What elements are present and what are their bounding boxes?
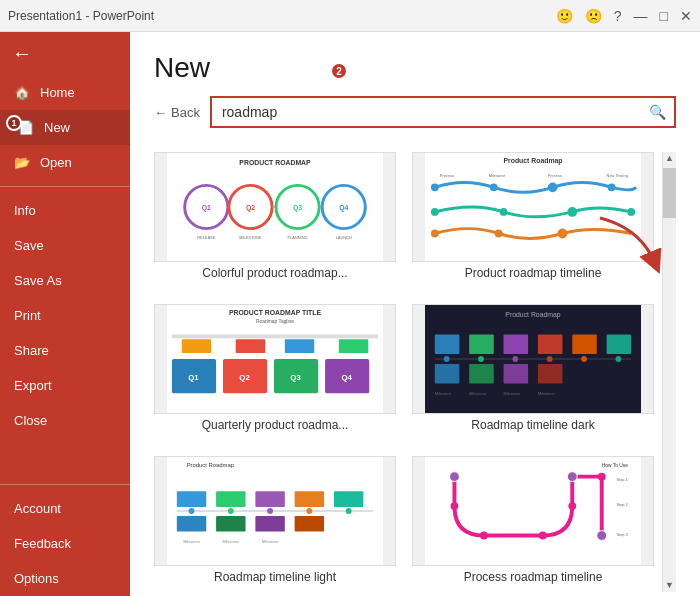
svg-text:MILESTONE: MILESTONE: [239, 235, 262, 240]
template-thumb-roadmap-dark: Product Roadmap: [412, 304, 654, 414]
template-card-quarterly-roadmap[interactable]: PRODUCT ROADMAP TITLE Roadmap Tagline Q1…: [154, 304, 396, 440]
app-title: Presentation1 - PowerPoint: [8, 9, 154, 23]
svg-point-29: [558, 229, 568, 239]
sidebar-item-save[interactable]: Save: [0, 228, 130, 263]
svg-point-19: [431, 183, 439, 191]
template-label-product-roadmap-timeline: Product roadmap timeline: [412, 266, 654, 280]
svg-text:Product Roadmap: Product Roadmap: [505, 311, 560, 319]
sidebar-item-close-file[interactable]: Close: [0, 403, 130, 438]
svg-rect-53: [435, 334, 460, 354]
scrollbar-up-arrow[interactable]: ▲: [663, 152, 676, 165]
back-button[interactable]: ← Back: [154, 105, 200, 120]
svg-point-21: [548, 182, 558, 192]
template-card-process-roadmap[interactable]: How To Use: [412, 456, 654, 592]
svg-point-84: [306, 508, 312, 514]
page-title: New: [154, 52, 676, 84]
svg-rect-56: [538, 334, 563, 354]
restore-button[interactable]: □: [660, 8, 668, 24]
main-content: New 2 ← Back 🔍: [130, 32, 700, 596]
scrollbar-track: ▲ ▼: [662, 152, 676, 592]
search-input[interactable]: [212, 98, 674, 126]
svg-rect-80: [334, 491, 363, 507]
svg-text:LAUNCH: LAUNCH: [336, 235, 352, 240]
svg-point-95: [450, 472, 460, 482]
template-card-product-roadmap-timeline[interactable]: Product Roadmap: [412, 152, 654, 288]
svg-point-27: [431, 230, 439, 238]
sidebar-item-print[interactable]: Print: [0, 298, 130, 333]
sidebar-item-account[interactable]: Account: [0, 491, 130, 526]
svg-text:Process: Process: [548, 173, 562, 178]
svg-text:Milestone: Milestone: [504, 391, 521, 396]
svg-point-98: [539, 532, 547, 540]
svg-rect-89: [295, 516, 324, 532]
sidebar-item-export[interactable]: Export: [0, 368, 130, 403]
svg-text:How To Use: How To Use: [602, 463, 629, 468]
svg-text:Q4: Q4: [339, 204, 348, 212]
sidebar-share-label: Share: [14, 343, 49, 358]
svg-rect-46: [182, 339, 211, 353]
search-icon[interactable]: 🔍: [649, 104, 666, 120]
emoji-sad-icon[interactable]: 🙁: [585, 8, 602, 24]
badge-1: 1: [6, 115, 22, 131]
sidebar-item-open[interactable]: 📂 Open: [0, 145, 130, 180]
title-bar: Presentation1 - PowerPoint 🙂 🙁 ? — □ ✕: [0, 0, 700, 32]
svg-rect-65: [435, 364, 460, 384]
template-card-roadmap-light[interactable]: Product Roadmap: [154, 456, 396, 592]
sidebar-item-feedback[interactable]: Feedback: [0, 526, 130, 561]
content-header: New 2 ← Back 🔍: [130, 32, 700, 148]
svg-text:Q1: Q1: [188, 373, 199, 382]
search-row: ← Back 🔍: [154, 96, 676, 128]
svg-text:Milestone: Milestone: [183, 539, 200, 544]
emoji-smile-icon[interactable]: 🙂: [556, 8, 573, 24]
close-button[interactable]: ✕: [680, 8, 692, 24]
minimize-button[interactable]: —: [634, 8, 648, 24]
sidebar-save-as-label: Save As: [14, 273, 62, 288]
sidebar-print-label: Print: [14, 308, 41, 323]
svg-rect-87: [216, 516, 245, 532]
sidebar-back-button[interactable]: ←: [0, 32, 130, 75]
svg-rect-78: [255, 491, 284, 507]
sidebar-item-home[interactable]: 🏠 Home: [0, 75, 130, 110]
svg-rect-79: [295, 491, 324, 507]
svg-rect-49: [339, 339, 368, 353]
template-label-quarterly-roadmap: Quarterly product roadma...: [154, 418, 396, 432]
sidebar: ← 🏠 Home 1 📄 New 📂 Open Info Save Save A…: [0, 32, 130, 596]
help-button[interactable]: ?: [614, 8, 622, 24]
sidebar-close-label: Close: [14, 413, 47, 428]
template-thumb-quarterly-roadmap: PRODUCT ROADMAP TITLE Roadmap Tagline Q1…: [154, 304, 396, 414]
svg-point-62: [547, 356, 553, 362]
back-arrow-icon: ←: [154, 105, 167, 120]
sidebar-divider-top: [0, 186, 130, 187]
svg-text:Milestone: Milestone: [538, 391, 555, 396]
scrollbar-thumb[interactable]: [663, 168, 676, 218]
sidebar-info-label: Info: [14, 203, 36, 218]
svg-text:Q4: Q4: [341, 373, 352, 382]
svg-rect-68: [538, 364, 563, 384]
template-card-colorful-roadmap[interactable]: PRODUCT ROADMAP Q1 Q2 Q3 Q4: [154, 152, 396, 288]
template-card-roadmap-dark[interactable]: Product Roadmap: [412, 304, 654, 440]
svg-text:Milestone: Milestone: [469, 391, 486, 396]
badge-2: 2: [330, 62, 348, 80]
sidebar-item-options[interactable]: Options: [0, 561, 130, 596]
svg-rect-48: [285, 339, 314, 353]
sidebar-item-share[interactable]: Share: [0, 333, 130, 368]
svg-point-85: [346, 508, 352, 514]
svg-text:Q1: Q1: [202, 204, 211, 212]
svg-point-22: [608, 183, 616, 191]
svg-text:Q3: Q3: [293, 204, 302, 212]
sidebar-item-new[interactable]: 1 📄 New: [0, 110, 130, 145]
svg-rect-66: [469, 364, 494, 384]
svg-text:Milestone: Milestone: [222, 539, 239, 544]
back-arrow-icon: ←: [12, 42, 32, 65]
svg-text:Product Roadmap: Product Roadmap: [503, 157, 562, 165]
sidebar-new-label: New: [44, 120, 70, 135]
template-thumb-process-roadmap: How To Use: [412, 456, 654, 566]
sidebar-item-info[interactable]: Info: [0, 193, 130, 228]
svg-text:RELEASE: RELEASE: [197, 235, 215, 240]
svg-point-60: [478, 356, 484, 362]
scrollbar-down-arrow[interactable]: ▼: [663, 579, 676, 592]
svg-text:PLANNING: PLANNING: [288, 235, 308, 240]
sidebar-item-save-as[interactable]: Save As: [0, 263, 130, 298]
svg-point-28: [495, 230, 503, 238]
sidebar-save-label: Save: [14, 238, 44, 253]
